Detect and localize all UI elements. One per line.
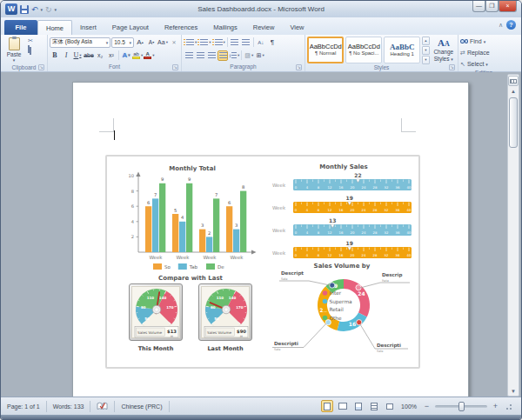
bar — [226, 206, 232, 252]
callout-subtext: Sale — [377, 350, 384, 353]
document-page[interactable]: Monthly Total246810679Week549Week327Week… — [72, 82, 469, 398]
format-painter-button[interactable] — [27, 54, 41, 62]
minimize-ribbon-icon[interactable]: ∧ — [499, 22, 503, 29]
minimize-button[interactable]: — — [472, 1, 485, 12]
font-name-combo[interactable]: 宋体 (Body Asia▾ — [50, 37, 110, 48]
change-case-button[interactable]: Aa▾ — [157, 37, 168, 48]
title-bar[interactable]: W ↶ ▾ ↻ ▾ Sales Dashboardd.docx - Micros… — [1, 1, 521, 17]
zoom-slider[interactable] — [435, 405, 487, 408]
tab-references[interactable]: References — [157, 20, 205, 35]
ruler-tick-label: 40 — [407, 185, 412, 190]
style-normal[interactable]: AaBbCcDd ¶ Normal — [307, 37, 344, 63]
help-icon[interactable]: ? — [506, 20, 516, 30]
show-hide-marks-button[interactable]: ¶ — [267, 37, 278, 48]
view-outline-button[interactable] — [368, 400, 380, 412]
save-icon[interactable] — [20, 5, 29, 14]
tab-review[interactable]: Review — [245, 20, 283, 35]
zoom-level[interactable]: 100% — [401, 403, 417, 410]
bold-button[interactable]: B — [50, 50, 60, 61]
change-styles-button[interactable]: AA Change Styles ▾ — [432, 38, 456, 63]
superscript-button[interactable]: x² — [106, 50, 117, 61]
align-right-button[interactable] — [206, 50, 217, 61]
scroll-up-arrow[interactable]: ▲ — [511, 87, 516, 96]
replace-button[interactable]: ⇄ Replace — [460, 48, 507, 57]
font-dialog-launcher[interactable]: ↘ — [172, 64, 178, 70]
chart-title: Sales Volume by — [314, 263, 371, 270]
undo-icon[interactable]: ↶ — [31, 5, 38, 14]
tab-mailings[interactable]: Mailings — [205, 20, 245, 35]
multilevel-list-button[interactable]: ▾ — [212, 37, 225, 48]
word-logo-icon[interactable]: W — [5, 3, 17, 15]
bullet-value-label: 13 — [329, 217, 336, 223]
clear-formatting-button[interactable]: ✕ — [169, 37, 179, 48]
decrease-indent-button[interactable] — [230, 37, 240, 48]
vertical-scrollbar[interactable]: ▲ ▼ — [507, 74, 519, 397]
language-indicator[interactable]: Chinese (PRC) — [115, 401, 169, 412]
view-print-layout-button[interactable] — [321, 400, 333, 412]
view-web-layout-button[interactable] — [352, 400, 365, 412]
scroll-thumb[interactable] — [509, 97, 518, 148]
tab-home[interactable]: Home — [37, 20, 72, 35]
callout-text: Descript — [281, 270, 304, 277]
gauge-value: $90 — [237, 329, 246, 334]
increase-indent-button[interactable] — [241, 37, 251, 48]
justify-button[interactable] — [218, 50, 228, 61]
scroll-down-arrow[interactable]: ▼ — [511, 387, 516, 396]
ruler-tick-label: 32 — [385, 208, 389, 212]
borders-button[interactable]: ⊞▾ — [255, 50, 265, 61]
spellcheck-status[interactable] — [90, 401, 115, 412]
tab-file[interactable]: File — [4, 20, 37, 35]
line-spacing-button[interactable]: ↕▾ — [229, 50, 239, 61]
grow-font-button[interactable]: A▴ — [135, 37, 145, 48]
paste-button[interactable]: Paste ▾ — [3, 37, 25, 63]
cut-button[interactable]: ✂ — [27, 37, 41, 44]
font-size-combo[interactable]: 10.5▾ — [111, 37, 134, 48]
view-draft-button[interactable] — [384, 400, 396, 412]
subscript-button[interactable]: x₂ — [95, 50, 105, 61]
clipboard-dialog-launcher[interactable]: ↘ — [38, 64, 44, 70]
ruler-tick-label: 40 — [407, 230, 412, 235]
tab-insert[interactable]: Insert — [72, 20, 104, 35]
styles-scroll-down[interactable]: ▾ — [422, 46, 429, 55]
undo-dropdown-icon[interactable]: ▾ — [41, 7, 44, 12]
styles-dialog-launcher[interactable]: ↘ — [449, 64, 455, 70]
tab-view[interactable]: View — [282, 20, 311, 35]
style-no-spacing[interactable]: AaBbCcDd ¶ No Spaci... — [345, 37, 382, 63]
ruler-tick-label: 28 — [373, 208, 378, 212]
underline-button[interactable]: U▾ — [72, 50, 83, 61]
resize-grip[interactable] — [505, 402, 514, 410]
repeat-icon[interactable]: ↻ — [45, 5, 52, 14]
zoom-out-button[interactable]: − — [422, 402, 432, 410]
text-effects-button[interactable]: A▾ — [121, 50, 131, 61]
word-count[interactable]: Words: 133 — [47, 401, 91, 412]
strikethrough-button[interactable]: abe — [84, 50, 94, 61]
italic-button[interactable]: I — [61, 50, 71, 61]
zoom-slider-thumb[interactable] — [458, 402, 465, 411]
paragraph-dialog-launcher[interactable]: ↘ — [296, 64, 302, 70]
ruler-toggle-button[interactable] — [508, 76, 519, 86]
align-left-button[interactable] — [184, 50, 194, 61]
sort-button[interactable]: A↓ — [256, 37, 266, 48]
shading-button[interactable]: ▨▾ — [244, 50, 254, 61]
page-indicator[interactable]: Page: 1 of 1 — [1, 401, 47, 412]
gauge-unit: M — [240, 335, 243, 338]
copy-button[interactable] — [27, 45, 41, 53]
gauge-plate-label: Sales Volume — [137, 330, 162, 335]
highlight-button[interactable]: ab▾ — [132, 50, 143, 61]
font-color-button[interactable]: A▾ — [144, 50, 154, 61]
align-center-button[interactable] — [195, 50, 205, 61]
view-full-screen-button[interactable] — [337, 400, 349, 412]
tab-page-layout[interactable]: Page Layout — [104, 20, 157, 35]
bullets-button[interactable]: ▾ — [184, 37, 197, 48]
maximize-button[interactable]: ❐ — [485, 1, 499, 12]
style-heading1[interactable]: AaBbC Heading 1 — [384, 37, 420, 63]
shrink-font-button[interactable]: A▾ — [146, 37, 157, 48]
zoom-in-button[interactable]: + — [491, 402, 500, 410]
styles-scroll-up[interactable]: ▴ — [422, 37, 429, 45]
qat-customize-icon[interactable]: ▾ — [55, 7, 57, 12]
numbering-button[interactable]: ▾ — [197, 37, 211, 48]
select-button[interactable]: ↖ Select▾ — [460, 59, 507, 69]
sales-volume-donut: Sales Volume by2416259InterSupermaRetail… — [267, 259, 417, 367]
find-button[interactable]: Find▾ — [460, 37, 507, 46]
close-button[interactable]: × — [499, 1, 517, 12]
